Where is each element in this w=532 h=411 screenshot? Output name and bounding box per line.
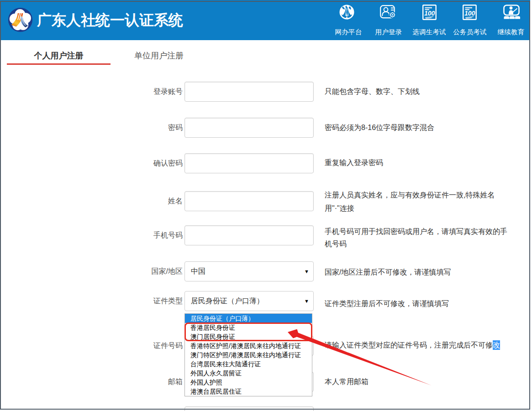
svg-text:100: 100 bbox=[424, 10, 435, 17]
svg-text:100: 100 bbox=[464, 10, 475, 17]
